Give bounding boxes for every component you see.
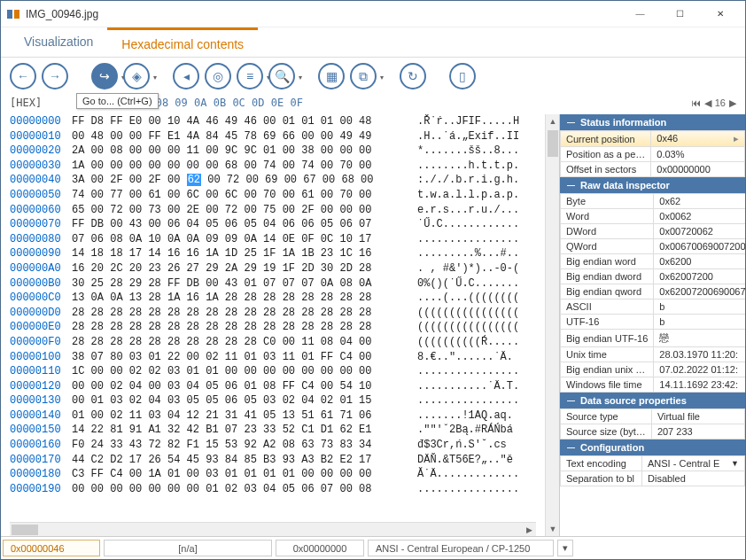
inspector-row[interactable]: Big endian UTF-16戀	[561, 330, 746, 347]
hex-ascii[interactable]: 8.€.."......˙Ä.	[417, 350, 513, 365]
hex-ascii[interactable]: :././.b.r.i.g.h.	[417, 173, 519, 188]
hex-bytes[interactable]: 00 00 00 00 00 00 00 01 02 03 04 05 06 0…	[72, 482, 400, 497]
list-button[interactable]: ≡▾	[237, 63, 263, 89]
inspector-row[interactable]: Source typeVirtual file	[561, 409, 745, 424]
hex-row[interactable]: 000000403A 00 2F 00 2F 00 62 00 72 00 69…	[10, 173, 536, 188]
section-status-info[interactable]: —Status information	[560, 114, 745, 130]
hex-row[interactable]: 0000014001 00 02 11 03 04 12 21 31 41 05…	[10, 408, 536, 424]
hex-bytes[interactable]: 13 0A 0A 13 28 1A 16 1A 28 28 28 28 28 2…	[72, 291, 400, 306]
hex-bytes[interactable]: 1A 00 00 00 00 00 00 00 68 00 74 00 74 0…	[72, 159, 400, 174]
scroll-up-icon[interactable]: ▲	[546, 114, 560, 128]
hex-byte-selected[interactable]: 62	[187, 174, 201, 186]
hex-row[interactable]: 00000000FF D8 FF E0 00 10 4A 46 49 46 00…	[10, 114, 536, 129]
inspector-value[interactable]: Virtual file	[651, 409, 744, 424]
hex-row[interactable]: 000000D028 28 28 28 28 28 28 28 28 28 28…	[10, 306, 536, 321]
hex-row[interactable]: 0000009014 18 18 17 14 16 16 1A 1D 25 1F…	[10, 246, 536, 261]
inspector-value[interactable]: 28.03.1970 11:20:	[654, 347, 745, 362]
hex-ascii[interactable]: . , #&')*)..-0-(	[417, 261, 519, 276]
inspector-value[interactable]: 207 233	[651, 424, 744, 439]
scroll-right-icon[interactable]: ▶	[522, 523, 536, 537]
hex-bytes[interactable]: 3A 00 2F 00 2F 00 62 00 72 00 69 00 67 0…	[72, 173, 400, 188]
hex-row[interactable]: 00000070FF DB 00 43 00 06 04 05 06 05 04…	[10, 217, 536, 232]
hex-row[interactable]: 000000202A 00 08 00 00 00 11 00 9C 9C 01…	[10, 144, 536, 159]
hex-bytes[interactable]: 14 22 81 91 A1 32 42 B1 07 23 33 52 C1 D…	[72, 423, 400, 438]
inspector-value[interactable]: 0.03%	[651, 147, 745, 162]
hex-bytes[interactable]: FF DB 00 43 00 06 04 05 06 05 04 06 06 0…	[72, 217, 400, 232]
hex-bytes[interactable]: 28 28 28 28 28 28 28 28 28 28 C0 00 11 0…	[72, 335, 400, 350]
hex-ascii[interactable]: ....(...((((((((	[417, 291, 519, 306]
hex-ascii[interactable]: ................	[417, 393, 519, 408]
inspector-row[interactable]: Big endian dword0x62007200	[561, 269, 746, 284]
inspector-value[interactable]: 0x6200720069006700	[654, 284, 745, 299]
status-encoding[interactable]: ANSI - Central European / CP-1250	[368, 540, 554, 556]
inspector-value[interactable]: b	[654, 299, 745, 315]
inspector-value[interactable]: 07.02.2022 01:12:	[654, 362, 745, 377]
hex-row[interactable]: 0000019000 00 00 00 00 00 00 01 02 03 04…	[10, 482, 536, 497]
hex-bytes[interactable]: F0 24 33 43 72 82 F1 15 53 92 A2 08 63 7…	[72, 438, 400, 453]
tab-visualization[interactable]: Visualization	[10, 27, 107, 57]
inspector-value[interactable]: ANSI - Central E ▼	[642, 456, 745, 471]
section-raw-inspector[interactable]: —Raw data inspector	[560, 177, 745, 193]
hex-bytes[interactable]: 00 48 00 00 FF E1 4A 84 45 78 69 66 00 0…	[72, 129, 400, 144]
hex-body[interactable]: 00000000FF D8 FF E0 00 10 4A 46 49 46 00…	[1, 114, 545, 522]
hex-bytes[interactable]: 38 07 80 03 01 22 00 02 11 01 03 11 01 F…	[72, 350, 400, 365]
bookmark-button[interactable]: ◈▾	[123, 63, 150, 89]
hex-ascii[interactable]: ((((((((((((((((	[417, 320, 519, 335]
inspector-row[interactable]: Byte0x62	[561, 194, 746, 209]
page-first-icon[interactable]: ⏮	[691, 97, 701, 108]
target-button[interactable]: ◎	[205, 63, 231, 89]
hex-row[interactable]: 0000005074 00 77 00 61 00 6C 00 6C 00 70…	[10, 188, 536, 203]
inspector-value[interactable]: 0x00000000	[651, 162, 745, 177]
inspector-row[interactable]: Source size (byt…207 233	[561, 424, 745, 439]
hex-row[interactable]: 000000C013 0A 0A 13 28 1A 16 1A 28 28 28…	[10, 291, 536, 306]
hex-row[interactable]: 0000006065 00 72 00 73 00 2E 00 72 00 75…	[10, 203, 536, 218]
nav-back-button[interactable]: ←	[10, 63, 36, 89]
inspector-row[interactable]: Big endian word0x6200	[561, 254, 746, 269]
inspector-value[interactable]: 0x6200	[654, 254, 745, 269]
inspector-row[interactable]: Position as a pe…0.03%	[561, 147, 745, 162]
inspector-row[interactable]: Separation to blDisabled	[561, 471, 745, 486]
inspector-value[interactable]: 0x0067006900720062	[654, 239, 745, 254]
hex-row[interactable]: 0000001000 48 00 00 FF E1 4A 84 45 78 69…	[10, 129, 536, 144]
inspector-value[interactable]: 0x62	[654, 194, 745, 209]
page-prev-icon[interactable]: ◀	[704, 97, 711, 109]
inspector-row[interactable]: Text encodingANSI - Central E ▼	[561, 456, 745, 471]
inspector-row[interactable]: Word0x0062	[561, 209, 746, 224]
status-position[interactable]: 0x00000046	[3, 540, 100, 556]
hex-ascii[interactable]: ((((((((((Ŕ.....	[417, 335, 519, 350]
hex-bytes[interactable]: 14 18 18 17 14 16 16 1A 1D 25 1F 1A 1B 2…	[72, 246, 400, 261]
hex-ascii[interactable]: t.w.a.l.l.p.a.p.	[417, 188, 519, 203]
refresh-button[interactable]: ↻	[400, 63, 426, 89]
search-button[interactable]: 🔍▾	[268, 63, 295, 89]
inspector-value[interactable]: 0x62007200	[654, 269, 745, 284]
hex-bytes[interactable]: 74 00 77 00 61 00 6C 00 6C 00 70 00 61 0…	[72, 188, 400, 203]
inspector-value[interactable]: Disabled	[642, 471, 745, 486]
hex-row[interactable]: 000000E028 28 28 28 28 28 28 28 28 28 28…	[10, 320, 536, 335]
hex-row[interactable]: 000001101C 00 00 02 02 03 01 01 00 00 00…	[10, 364, 536, 379]
inspector-row[interactable]: Current position0x46	[561, 131, 745, 147]
inspector-row[interactable]: QWord0x0067006900720062	[561, 239, 746, 254]
hex-bytes[interactable]: C3 FF C4 00 1A 01 00 03 01 01 01 01 00 0…	[72, 467, 400, 482]
inspector-value[interactable]: 0x0062	[654, 209, 745, 224]
tab-hex-contents[interactable]: Hexadecimal contents	[107, 27, 258, 57]
hex-ascii[interactable]: e.r.s...r.u./...	[417, 203, 519, 218]
hex-row[interactable]: 0000017044 C2 D2 17 26 54 45 93 84 85 B3…	[10, 453, 536, 468]
inspector-value[interactable]: 0x46	[651, 131, 745, 147]
hex-bytes[interactable]: 16 20 2C 20 23 26 27 29 2A 29 19 1F 2D 3…	[72, 261, 400, 276]
hex-ascii[interactable]: ................	[417, 364, 519, 379]
hex-row[interactable]: 0000013000 01 03 02 04 03 05 05 06 05 03…	[10, 393, 536, 408]
grid-button[interactable]: ▦	[318, 63, 345, 89]
close-button[interactable]: ✕	[700, 2, 740, 27]
hex-ascii[interactable]: .H..˙á.„Exif..II	[417, 129, 519, 144]
hex-bytes[interactable]: 01 00 02 11 03 04 12 21 31 41 05 13 51 6…	[72, 408, 400, 424]
hex-row[interactable]: 00000180C3 FF C4 00 1A 01 00 03 01 01 01…	[10, 467, 536, 482]
hex-ascii[interactable]: đ$3Cr,ń.S'˘.cs	[417, 438, 507, 453]
inspector-row[interactable]: Offset in sectors0x00000000	[561, 162, 745, 177]
hex-bytes[interactable]: 07 06 08 0A 10 0A 0A 09 09 0A 14 0E 0F 0…	[72, 232, 400, 247]
hex-row[interactable]: 0000012000 00 02 04 00 03 04 05 06 01 08…	[10, 379, 536, 394]
copy-button[interactable]: ⧉▾	[350, 63, 377, 89]
hex-ascii[interactable]: .Ř˙ŕ..JFIF.....H	[417, 114, 519, 129]
hex-bytes[interactable]: 28 28 28 28 28 28 28 28 28 28 28 28 28 2…	[72, 320, 400, 335]
page-next-icon[interactable]: ▶	[729, 97, 736, 109]
section-data-source[interactable]: —Data source properties	[560, 393, 745, 408]
